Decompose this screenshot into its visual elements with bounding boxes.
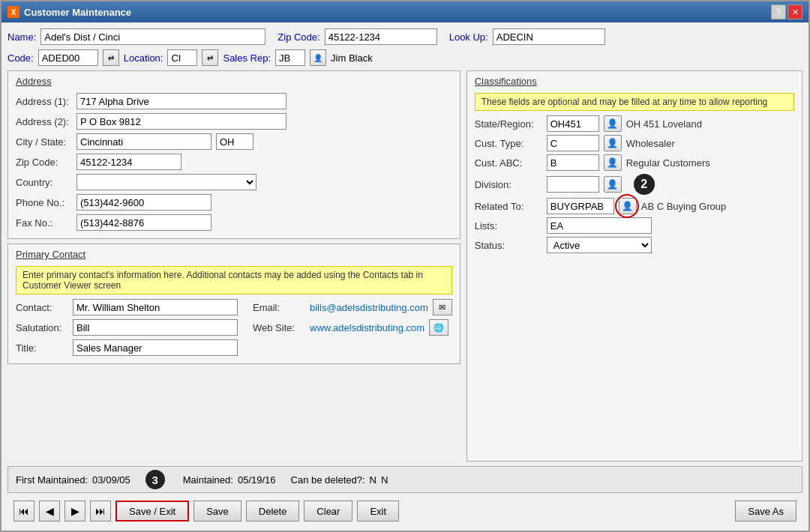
first-maintained-value: 03/09/05	[92, 474, 130, 486]
lists-input[interactable]	[547, 217, 652, 234]
country-select[interactable]	[76, 174, 256, 190]
maintained-field: Maintained: 05/19/16	[183, 474, 276, 486]
can-delete-value2: N	[381, 474, 388, 486]
email-row: Email: bills@adelsdistributing.com ✉	[253, 299, 452, 315]
exit-button[interactable]: Exit	[357, 501, 399, 522]
email-button[interactable]: ✉	[433, 299, 452, 315]
related-to-search-wrapper: 👤	[619, 198, 637, 214]
salesrep-code-input[interactable]	[275, 49, 305, 66]
code-input[interactable]	[38, 49, 98, 66]
nav-prev-button[interactable]: ◀	[39, 501, 60, 522]
lookup-field-row: Look Up:	[449, 28, 605, 45]
first-maintained-label: First Maintained:	[16, 474, 88, 486]
addr2-input[interactable]	[76, 113, 286, 130]
related-to-row: Related To: 👤 AB C Buying Group	[475, 198, 794, 214]
can-delete-value1: N	[370, 474, 376, 486]
zip-row: Zip Code:	[16, 154, 452, 170]
code-row: Code: ⇄ Location: ⇄ Sales Rep: 👤 Jim Bla…	[8, 49, 802, 66]
location-search-button[interactable]: ⇄	[202, 49, 218, 66]
left-panel: Address Address (1): Address (2): City /…	[8, 70, 460, 462]
primary-contact-section: Primary Contact Enter primary contact's …	[8, 244, 460, 364]
name-input[interactable]	[40, 28, 266, 45]
cust-abc-row: Cust. ABC: 👤 Regular Customers	[475, 154, 794, 171]
save-button[interactable]: Save	[194, 501, 242, 522]
cust-type-input[interactable]	[547, 135, 599, 151]
address-group: Address Address (1): Address (2): City /…	[8, 70, 460, 239]
nav-next-button[interactable]: ▶	[64, 501, 86, 522]
nav-first-button[interactable]: ⏮	[14, 501, 34, 522]
app-icon: X	[8, 6, 20, 18]
main-window: X Customer Maintenance ? ✕ Name: Zip Cod…	[0, 0, 810, 532]
email-label: Email:	[253, 302, 305, 313]
contact-left: Contact: Salutation: Title:	[16, 299, 238, 356]
classifications-banner: These fields are optional and may be fil…	[475, 93, 794, 111]
nav-last-button[interactable]: ⏭	[90, 501, 111, 522]
help-button[interactable]: ?	[771, 4, 786, 19]
save-exit-button[interactable]: Save / Exit	[116, 501, 189, 522]
salesrep-search-button[interactable]: 👤	[310, 49, 326, 66]
can-delete-label: Can be deleted?:	[291, 474, 365, 486]
cust-type-search-button[interactable]: 👤	[604, 135, 622, 151]
addr1-input[interactable]	[76, 93, 286, 109]
delete-button[interactable]: Delete	[246, 501, 300, 522]
location-input[interactable]	[167, 49, 197, 66]
classifications-group: Classifications These fields are optiona…	[466, 70, 802, 462]
salesrep-label: Sales Rep:	[223, 52, 271, 64]
address-form: Address (1): Address (2): City / State:	[16, 93, 452, 231]
division-label: Division:	[475, 179, 542, 190]
title-input[interactable]	[73, 339, 238, 356]
save-as-button[interactable]: Save As	[735, 501, 796, 522]
state-input[interactable]	[216, 133, 254, 150]
website-button[interactable]: 🌐	[429, 319, 448, 336]
fax-input[interactable]	[76, 214, 212, 231]
state-region-input[interactable]	[547, 115, 599, 132]
cust-abc-input[interactable]	[547, 154, 599, 171]
email-link[interactable]: bills@adelsdistributing.com	[310, 302, 428, 313]
phone-input[interactable]	[76, 194, 212, 211]
contact-label: Contact:	[16, 302, 68, 313]
related-to-search-button[interactable]: 👤	[619, 198, 637, 214]
phone-row: Phone No.:	[16, 194, 452, 211]
zipcode-input[interactable]	[325, 28, 437, 45]
related-to-input[interactable]	[547, 198, 614, 214]
addr1-label: Address (1):	[16, 96, 72, 107]
fax-row: Fax No.:	[16, 214, 452, 231]
cust-abc-text: Regular Customers	[626, 157, 710, 169]
content-area: Name: Zip Code: Look Up: Code: ⇄ Locatio…	[2, 22, 808, 531]
country-label: Country:	[16, 177, 72, 188]
contact-field-row: Contact:	[16, 299, 238, 315]
salutation-input[interactable]	[73, 319, 238, 336]
title-label: Title:	[16, 342, 68, 354]
zipcode-label: Zip Code:	[278, 31, 320, 43]
website-row: Web Site: www.adelsdistributing.com 🌐	[253, 319, 452, 336]
salesrep-name: Jim Black	[331, 52, 373, 64]
status-row: Status: Active Inactive Suspended	[475, 237, 794, 253]
website-link[interactable]: www.adelsdistributing.com	[310, 322, 424, 333]
code-label: Code:	[8, 52, 34, 64]
phone-label: Phone No.:	[16, 197, 72, 208]
status-label: Status:	[475, 240, 542, 251]
code-search-button[interactable]: ⇄	[103, 49, 119, 66]
status-select[interactable]: Active Inactive Suspended	[547, 237, 652, 253]
right-panel: Classifications These fields are optiona…	[466, 70, 802, 462]
contact-banner: Enter primary contact's information here…	[16, 266, 452, 294]
zip-input[interactable]	[76, 154, 182, 170]
lookup-input[interactable]	[493, 28, 605, 45]
state-region-search-button[interactable]: 👤	[604, 115, 622, 132]
contact-input[interactable]	[73, 299, 238, 315]
citystate-row: City / State:	[16, 133, 452, 150]
division-search-button[interactable]: 👤	[604, 176, 622, 193]
state-region-text: OH 451 Loveland	[626, 118, 702, 130]
city-input[interactable]	[76, 133, 212, 150]
cust-abc-label: Cust. ABC:	[475, 157, 542, 169]
salutation-row: Salutation:	[16, 319, 238, 336]
lists-row: Lists:	[475, 217, 794, 234]
clear-button[interactable]: Clear	[304, 501, 352, 522]
division-input[interactable]	[547, 176, 599, 193]
classifications-title: Classifications	[475, 76, 794, 87]
cust-abc-search-button[interactable]: 👤	[604, 154, 622, 171]
can-delete-field: Can be deleted?: N N	[291, 474, 388, 486]
close-button[interactable]: ✕	[788, 4, 802, 19]
title-row: Title:	[16, 339, 238, 356]
title-bar: X Customer Maintenance ? ✕	[2, 1, 808, 22]
